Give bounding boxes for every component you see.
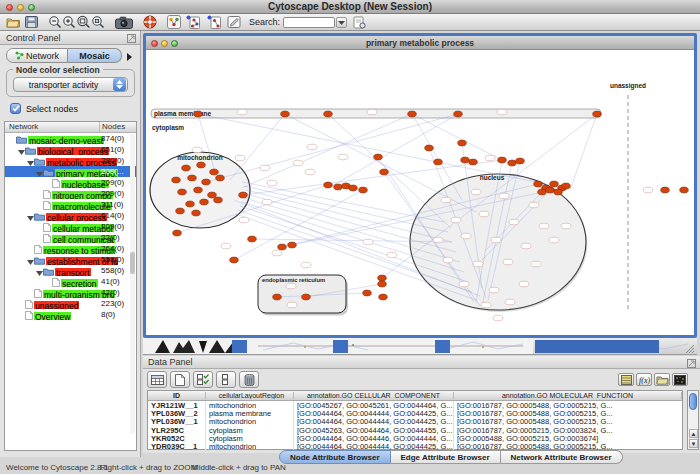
- network-label-node[interactable]: [459, 281, 469, 287]
- tree-row[interactable]: establishment of lo558(0): [5, 254, 136, 265]
- network-label-node[interactable]: [293, 160, 303, 166]
- attribute-matrix-icon[interactable]: [672, 373, 688, 386]
- expander-icon[interactable]: [26, 155, 34, 166]
- network-node[interactable]: [273, 294, 282, 300]
- tree-scrollbar[interactable]: [130, 134, 135, 434]
- network-node[interactable]: [173, 230, 182, 236]
- network-node[interactable]: [172, 177, 181, 183]
- tab-network[interactable]: Network: [6, 48, 68, 63]
- tree-row[interactable]: nucleobase-209(0): [5, 177, 136, 188]
- tree-row[interactable]: response to stimulu264(0): [5, 243, 136, 254]
- network-label-node[interactable]: [471, 189, 481, 195]
- tree-row[interactable]: unassigned223(0): [5, 298, 136, 309]
- background-windows-strip[interactable]: [143, 338, 697, 355]
- network-edge[interactable]: [570, 114, 597, 190]
- save-session-icon[interactable]: [25, 15, 38, 30]
- network-label-node[interactable]: [433, 237, 443, 243]
- tree-col-nodes[interactable]: Nodes: [100, 122, 136, 132]
- scroll-up-arrow[interactable]: ▲: [689, 429, 698, 438]
- network-label-node[interactable]: [497, 109, 507, 115]
- network-edge[interactable]: [230, 114, 285, 180]
- network-label-node[interactable]: [235, 155, 245, 161]
- network-label-node[interactable]: [367, 109, 377, 115]
- network-node[interactable]: [197, 162, 206, 168]
- network-label-node[interactable]: [521, 243, 531, 249]
- unselect-attributes-icon[interactable]: [216, 371, 236, 388]
- network-edge[interactable]: [244, 186, 448, 232]
- network-node[interactable]: [593, 111, 602, 117]
- vizmapper-icon[interactable]: [167, 15, 181, 30]
- table-column-header[interactable]: annotation.GO CELLULAR_COMPONENT: [294, 392, 454, 399]
- network-label-node[interactable]: [481, 302, 491, 308]
- network-label-node[interactable]: [529, 202, 539, 208]
- network-node[interactable]: [508, 160, 517, 166]
- network-label-node[interactable]: [260, 165, 270, 171]
- network-node[interactable]: [239, 192, 248, 198]
- network-label-node[interactable]: [387, 252, 397, 258]
- network-label-node[interactable]: [221, 243, 231, 249]
- tree-row[interactable]: cellular metabol209(0): [5, 221, 136, 232]
- delete-attribute-icon[interactable]: [239, 371, 259, 388]
- network-node[interactable]: [194, 111, 203, 117]
- network-node[interactable]: [434, 159, 443, 165]
- tree-row[interactable]: transport558(0): [5, 265, 136, 276]
- network-label-node[interactable]: [519, 281, 529, 287]
- network-label-node[interactable]: [239, 217, 249, 223]
- network-node[interactable]: [302, 294, 311, 300]
- network-label-node[interactable]: [287, 302, 297, 308]
- tree-row[interactable]: primary metabol209(...: [5, 166, 136, 177]
- tree-row[interactable]: Overview8(0): [5, 309, 136, 320]
- network-label-node[interactable]: [485, 155, 495, 161]
- import-table-icon[interactable]: [206, 15, 221, 30]
- tab-mosaic[interactable]: Mosaic: [68, 48, 122, 63]
- network-node[interactable]: [278, 244, 287, 250]
- network-node[interactable]: [216, 175, 225, 181]
- network-label-node[interactable]: [549, 237, 559, 243]
- network-label-node[interactable]: [503, 259, 513, 265]
- network-node[interactable]: [550, 181, 559, 187]
- new-attribute-icon[interactable]: [170, 371, 190, 388]
- network-node[interactable]: [200, 199, 209, 205]
- network-node[interactable]: [469, 159, 478, 165]
- network-node[interactable]: [562, 183, 571, 189]
- close-button[interactable]: [6, 4, 13, 11]
- minimize-button[interactable]: [17, 4, 24, 11]
- network-label-node[interactable]: [505, 299, 515, 305]
- table-column-header[interactable]: _cellularLayoutRegion: [206, 392, 294, 399]
- tab-overflow-arrow[interactable]: [126, 47, 133, 65]
- network-node[interactable]: [214, 197, 223, 203]
- network-node[interactable]: [359, 187, 368, 193]
- node-color-dropdown[interactable]: transporter activity: [13, 77, 128, 92]
- network-label-node[interactable]: [489, 287, 499, 293]
- network-label-node[interactable]: [305, 169, 315, 175]
- network-label-node[interactable]: [192, 147, 202, 153]
- tree-row[interactable]: cellular process614(0): [5, 210, 136, 221]
- search-dropdown-button[interactable]: [336, 17, 347, 28]
- tree-row[interactable]: metabolic process280(0): [5, 155, 136, 166]
- annotation-editor-icon[interactable]: [227, 15, 241, 30]
- net-minimize-button[interactable]: [161, 40, 168, 47]
- expander-icon[interactable]: [26, 254, 34, 265]
- zoom-out-icon[interactable]: [48, 15, 62, 30]
- network-edge[interactable]: [206, 114, 458, 182]
- import-network-icon[interactable]: [185, 15, 200, 30]
- network-node[interactable]: [324, 111, 333, 117]
- network-window-titlebar[interactable]: primary metabolic process: [146, 36, 694, 50]
- network-node[interactable]: [516, 158, 525, 164]
- tree-row[interactable]: multi-organism pro42(0): [5, 287, 136, 298]
- network-label-node[interactable]: [561, 223, 571, 229]
- network-label-node[interactable]: [491, 237, 501, 243]
- network-label-node[interactable]: [539, 223, 549, 229]
- zoom-window-button[interactable]: [28, 4, 35, 11]
- network-label-node[interactable]: [443, 257, 453, 263]
- zoom-selected-icon[interactable]: [91, 15, 105, 30]
- expander-icon[interactable]: [26, 210, 34, 221]
- network-node[interactable]: [202, 179, 211, 185]
- network-node[interactable]: [248, 236, 257, 242]
- network-label-node[interactable]: [307, 144, 317, 150]
- network-node[interactable]: [186, 201, 195, 207]
- network-node[interactable]: [680, 187, 689, 193]
- network-node[interactable]: [378, 275, 387, 281]
- snapshot-camera-icon[interactable]: [115, 15, 133, 30]
- network-node[interactable]: [546, 187, 555, 193]
